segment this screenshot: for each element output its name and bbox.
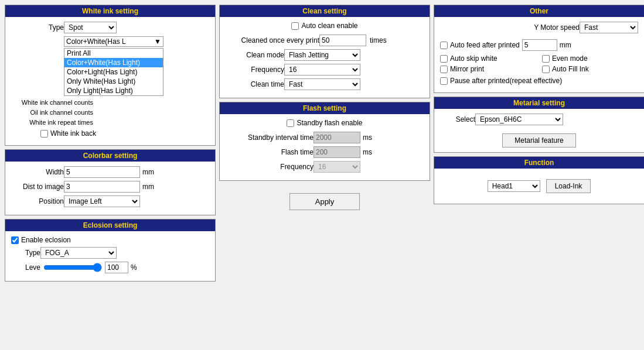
standby-interval-input[interactable] — [314, 132, 360, 143]
clean-time-label: Clean time — [226, 80, 284, 88]
eclosion-enable-checkbox[interactable] — [11, 236, 19, 244]
even-mode-checkbox[interactable] — [542, 55, 550, 63]
repeat-times-label: White ink repeat times — [11, 119, 93, 126]
dropdown-item-only-white[interactable]: Only White(Has Light) — [64, 77, 163, 86]
eclosion-header: Eclosion setting — [5, 219, 215, 231]
colorbar-dist-input[interactable] — [64, 181, 140, 193]
even-mode-label: Even mode — [552, 54, 588, 63]
clean-mode-label: Clean mode — [226, 51, 284, 59]
clean-freq-select[interactable]: 16 8 32 — [284, 64, 360, 76]
flash-time-label: Flash time — [226, 148, 314, 156]
type-label: Type — [11, 23, 64, 32]
flash-freq-select[interactable]: 16 — [314, 161, 360, 173]
eclosion-level-input[interactable] — [105, 262, 128, 273]
white-channel-label: White ink channel counts — [11, 99, 93, 106]
eclosion-panel: Eclosion setting Enable eclosion Type FO… — [5, 219, 216, 282]
type-select[interactable]: Spot — [64, 22, 117, 33]
eclosion-level-unit: % — [131, 263, 137, 272]
colorbar-panel: Colorbar setting Width mm Dist to image … — [5, 149, 216, 215]
eclosion-type-label: Type — [11, 249, 40, 257]
eclosion-type-select[interactable]: FOG_A FOG_B — [40, 247, 117, 259]
auto-skip-white-checkbox[interactable] — [440, 55, 448, 63]
clean-freq-label: Frequency — [226, 66, 284, 74]
eclosion-level-slider[interactable] — [43, 263, 102, 272]
auto-feed-checkbox[interactable] — [440, 42, 448, 49]
y-motor-speed-label: Y Motor speed — [515, 23, 580, 32]
flash-freq-label: Frequency — [226, 163, 314, 171]
channel-dropdown-list: Print All Color+White(Has Light) Color+L… — [64, 48, 163, 96]
flash-time-input[interactable] — [314, 146, 360, 158]
apply-container: Apply — [219, 184, 430, 219]
head-select[interactable]: Head1 Head2 — [488, 180, 540, 192]
auto-feed-label: Auto feed after printed — [450, 41, 520, 49]
standby-interval-unit: ms — [363, 133, 372, 142]
apply-button[interactable]: Apply — [289, 193, 360, 210]
metarial-panel: Metarial setting Select Epson_6H6C Metar… — [434, 97, 644, 153]
clean-header: Clean setting — [220, 5, 430, 17]
pause-label: Pause after printed(repeat effective) — [450, 77, 562, 85]
auto-skip-white-row: Auto skip white — [440, 54, 536, 63]
white-ink-back-label: White ink back — [50, 129, 96, 138]
other-header: Other — [434, 5, 644, 17]
clean-panel: Clean setting Auto clean enable Cleaned … — [219, 5, 430, 98]
other-panel: Other Y Motor speed Fast Normal Slow Aut… — [434, 5, 644, 93]
eclosion-level-label: Leve — [11, 263, 40, 272]
pause-checkbox[interactable] — [440, 77, 448, 85]
metarial-select-label: Select — [440, 115, 475, 123]
metarial-select[interactable]: Epson_6H6C — [475, 114, 563, 125]
metarial-header: Metarial setting — [434, 97, 644, 109]
auto-clean-label: Auto clean enable — [301, 22, 357, 30]
y-motor-speed-select[interactable]: Fast Normal Slow — [580, 22, 638, 33]
mirror-print-checkbox[interactable] — [440, 66, 448, 73]
dropdown-item-only-light[interactable]: Only Light(Has Light) — [64, 86, 163, 95]
eclosion-enable-label: Enable eclosion — [21, 236, 71, 244]
clean-time-select[interactable]: Fast Normal Slow — [284, 78, 360, 90]
metarial-feature-btn[interactable]: Metarial feature — [502, 133, 575, 147]
colorbar-dist-unit: mm — [142, 183, 154, 191]
auto-clean-checkbox[interactable] — [291, 22, 299, 30]
function-row: Head1 Head2 Load-Ink — [440, 173, 638, 199]
channel-dropdown-header[interactable]: Color+White(Has L ▼ — [64, 36, 163, 47]
flash-time-unit: ms — [363, 148, 372, 156]
auto-fill-ink-label: Auto Fill Ink — [552, 65, 589, 73]
standby-flash-label: Standby flash enable — [297, 119, 362, 127]
colorbar-width-label: Width — [11, 168, 64, 176]
dropdown-item-print-all[interactable]: Print All — [64, 49, 163, 58]
colorbar-position-label: Position — [11, 197, 64, 205]
load-ink-button[interactable]: Load-Ink — [546, 179, 591, 193]
clean-mode-select[interactable]: Flash Jetting Normal — [284, 49, 360, 61]
even-mode-row: Even mode — [542, 54, 638, 63]
flash-panel: Flash setting Standby flash enable Stand… — [219, 102, 430, 181]
white-ink-header: White ink setting — [5, 5, 215, 17]
auto-fill-ink-checkbox[interactable] — [542, 66, 550, 73]
flash-header: Flash setting — [220, 102, 430, 114]
standby-interval-label: Standby interval time — [226, 133, 314, 142]
white-ink-back-checkbox[interactable] — [40, 130, 48, 138]
mirror-print-label: Mirror print — [450, 65, 484, 73]
colorbar-header: Colorbar setting — [5, 150, 215, 162]
mirror-print-row: Mirror print — [440, 65, 536, 73]
auto-feed-unit: mm — [560, 41, 571, 49]
dropdown-item-color-white[interactable]: Color+White(Has Light) — [64, 58, 163, 67]
cleaned-once-label: Cleaned once every print — [226, 36, 319, 44]
function-panel: Function Head1 Head2 Load-Ink — [434, 156, 644, 204]
times-label: times — [370, 36, 387, 44]
colorbar-position-select[interactable]: Image Left Image Right — [64, 195, 140, 207]
standby-flash-checkbox[interactable] — [287, 119, 294, 127]
colorbar-width-input[interactable] — [64, 166, 140, 178]
colorbar-width-unit: mm — [142, 168, 154, 176]
function-header: Function — [434, 157, 644, 169]
cleaned-once-input[interactable] — [319, 35, 366, 46]
auto-fill-ink-row: Auto Fill Ink — [542, 65, 638, 73]
colorbar-dist-label: Dist to image — [11, 183, 64, 191]
oil-channel-label: Oil ink channel counts — [11, 109, 93, 116]
auto-feed-input[interactable] — [522, 39, 557, 51]
auto-skip-white-label: Auto skip white — [450, 54, 498, 63]
white-ink-panel: White ink setting Type Spot Color+White(… — [5, 5, 216, 146]
dropdown-item-color-light[interactable]: Color+Light(Has Light) — [64, 67, 163, 77]
